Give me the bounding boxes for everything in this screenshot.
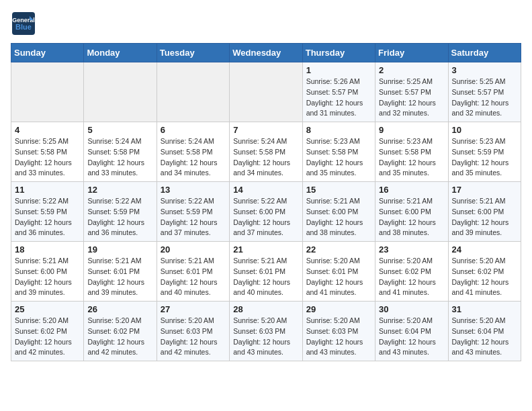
day-number: 13 (161, 185, 226, 195)
day-number: 10 (452, 125, 517, 135)
day-number: 30 (379, 304, 444, 314)
calendar-header-row: SundayMondayTuesdayWednesdayThursdayFrid… (11, 44, 521, 62)
calendar-cell: 28Sunrise: 5:20 AMSunset: 6:03 PMDayligh… (230, 302, 302, 361)
day-number: 28 (233, 304, 298, 314)
day-info: Sunrise: 5:20 AMSunset: 6:02 PMDaylight:… (15, 316, 80, 358)
day-info: Sunrise: 5:20 AMSunset: 6:02 PMDaylight:… (379, 256, 444, 298)
calendar-cell: 3Sunrise: 5:25 AMSunset: 5:57 PMDaylight… (448, 62, 521, 122)
svg-text:Blue: Blue (15, 23, 32, 31)
day-number: 15 (306, 185, 371, 195)
day-number: 6 (161, 125, 226, 135)
calendar-cell: 8Sunrise: 5:23 AMSunset: 5:58 PMDaylight… (302, 122, 375, 182)
day-info: Sunrise: 5:22 AMSunset: 5:59 PMDaylight:… (161, 196, 226, 238)
day-number: 23 (379, 244, 444, 255)
week-row-2: 4Sunrise: 5:25 AMSunset: 5:58 PMDaylight… (11, 122, 521, 182)
day-number: 16 (379, 185, 444, 195)
calendar-cell: 12Sunrise: 5:22 AMSunset: 5:59 PMDayligh… (84, 182, 157, 242)
calendar-cell: 17Sunrise: 5:21 AMSunset: 6:00 PMDayligh… (448, 182, 521, 242)
calendar-cell: 2Sunrise: 5:25 AMSunset: 5:57 PMDaylight… (375, 62, 448, 122)
day-info: Sunrise: 5:22 AMSunset: 5:59 PMDaylight:… (87, 196, 152, 238)
day-number: 27 (161, 304, 226, 314)
day-number: 31 (452, 304, 517, 314)
day-info: Sunrise: 5:24 AMSunset: 5:58 PMDaylight:… (87, 136, 152, 179)
week-row-5: 25Sunrise: 5:20 AMSunset: 6:02 PMDayligh… (11, 302, 521, 361)
week-row-1: 1Sunrise: 5:26 AMSunset: 5:57 PMDaylight… (11, 62, 521, 122)
calendar-cell: 24Sunrise: 5:20 AMSunset: 6:02 PMDayligh… (448, 242, 521, 302)
calendar-cell (230, 62, 302, 122)
header-saturday: Saturday (448, 44, 521, 62)
day-info: Sunrise: 5:26 AMSunset: 5:57 PMDaylight:… (306, 77, 371, 119)
day-info: Sunrise: 5:20 AMSunset: 6:03 PMDaylight:… (161, 316, 226, 358)
day-info: Sunrise: 5:21 AMSunset: 6:00 PMDaylight:… (306, 196, 371, 238)
day-info: Sunrise: 5:25 AMSunset: 5:57 PMDaylight:… (452, 77, 517, 119)
day-number: 29 (306, 304, 371, 314)
day-number: 9 (379, 125, 444, 135)
calendar-cell: 10Sunrise: 5:23 AMSunset: 5:59 PMDayligh… (448, 122, 521, 182)
week-row-3: 11Sunrise: 5:22 AMSunset: 5:59 PMDayligh… (11, 182, 521, 242)
calendar-cell: 26Sunrise: 5:20 AMSunset: 6:02 PMDayligh… (84, 302, 157, 361)
calendar-cell: 21Sunrise: 5:21 AMSunset: 6:01 PMDayligh… (230, 242, 302, 302)
day-number: 7 (233, 125, 298, 135)
day-number: 11 (15, 185, 80, 195)
day-number: 22 (306, 244, 371, 255)
calendar-cell: 7Sunrise: 5:24 AMSunset: 5:58 PMDaylight… (230, 122, 302, 182)
calendar-cell: 23Sunrise: 5:20 AMSunset: 6:02 PMDayligh… (375, 242, 448, 302)
day-number: 3 (452, 65, 517, 75)
day-info: Sunrise: 5:22 AMSunset: 6:00 PMDaylight:… (233, 196, 298, 238)
header-friday: Friday (375, 44, 448, 62)
day-number: 18 (15, 244, 80, 255)
calendar-cell: 15Sunrise: 5:21 AMSunset: 6:00 PMDayligh… (302, 182, 375, 242)
day-info: Sunrise: 5:25 AMSunset: 5:57 PMDaylight:… (379, 77, 444, 119)
calendar-cell: 31Sunrise: 5:20 AMSunset: 6:04 PMDayligh… (448, 302, 521, 361)
day-info: Sunrise: 5:20 AMSunset: 6:03 PMDaylight:… (233, 316, 298, 358)
day-number: 21 (233, 244, 298, 255)
header-thursday: Thursday (302, 44, 375, 62)
calendar-cell: 22Sunrise: 5:20 AMSunset: 6:01 PMDayligh… (302, 242, 375, 302)
calendar-cell: 6Sunrise: 5:24 AMSunset: 5:58 PMDaylight… (157, 122, 229, 182)
day-number: 8 (306, 125, 371, 135)
day-info: Sunrise: 5:21 AMSunset: 6:01 PMDaylight:… (161, 256, 226, 298)
calendar-cell: 27Sunrise: 5:20 AMSunset: 6:03 PMDayligh… (157, 302, 229, 361)
day-info: Sunrise: 5:21 AMSunset: 6:00 PMDaylight:… (379, 196, 444, 238)
day-info: Sunrise: 5:23 AMSunset: 5:58 PMDaylight:… (306, 136, 371, 179)
logo: General Blue (11, 11, 36, 36)
calendar-cell: 16Sunrise: 5:21 AMSunset: 6:00 PMDayligh… (375, 182, 448, 242)
day-info: Sunrise: 5:20 AMSunset: 6:02 PMDaylight:… (452, 256, 517, 298)
day-info: Sunrise: 5:21 AMSunset: 6:01 PMDaylight:… (87, 256, 152, 298)
day-info: Sunrise: 5:22 AMSunset: 5:59 PMDaylight:… (15, 196, 80, 238)
week-row-4: 18Sunrise: 5:21 AMSunset: 6:00 PMDayligh… (11, 242, 521, 302)
day-number: 14 (233, 185, 298, 195)
calendar-cell: 13Sunrise: 5:22 AMSunset: 5:59 PMDayligh… (157, 182, 229, 242)
calendar-cell: 29Sunrise: 5:20 AMSunset: 6:03 PMDayligh… (302, 302, 375, 361)
calendar-table: SundayMondayTuesdayWednesdayThursdayFrid… (11, 43, 521, 361)
calendar-cell: 25Sunrise: 5:20 AMSunset: 6:02 PMDayligh… (11, 302, 84, 361)
day-number: 26 (87, 304, 152, 314)
day-number: 19 (87, 244, 152, 255)
header-sunday: Sunday (11, 44, 84, 62)
calendar-cell (11, 62, 84, 122)
day-info: Sunrise: 5:24 AMSunset: 5:58 PMDaylight:… (161, 136, 226, 179)
calendar-cell: 18Sunrise: 5:21 AMSunset: 6:00 PMDayligh… (11, 242, 84, 302)
day-number: 12 (87, 185, 152, 195)
day-number: 5 (87, 125, 152, 135)
day-info: Sunrise: 5:23 AMSunset: 5:58 PMDaylight:… (379, 136, 444, 179)
calendar-cell: 19Sunrise: 5:21 AMSunset: 6:01 PMDayligh… (84, 242, 157, 302)
day-info: Sunrise: 5:24 AMSunset: 5:58 PMDaylight:… (233, 136, 298, 179)
day-number: 25 (15, 304, 80, 314)
day-info: Sunrise: 5:20 AMSunset: 6:02 PMDaylight:… (87, 316, 152, 358)
calendar-cell: 11Sunrise: 5:22 AMSunset: 5:59 PMDayligh… (11, 182, 84, 242)
header-wednesday: Wednesday (230, 44, 302, 62)
day-info: Sunrise: 5:21 AMSunset: 6:00 PMDaylight:… (452, 196, 517, 238)
day-info: Sunrise: 5:21 AMSunset: 6:00 PMDaylight:… (15, 256, 80, 298)
day-number: 4 (15, 125, 80, 135)
calendar-cell: 14Sunrise: 5:22 AMSunset: 6:00 PMDayligh… (230, 182, 302, 242)
day-info: Sunrise: 5:23 AMSunset: 5:59 PMDaylight:… (452, 136, 517, 179)
day-number: 20 (161, 244, 226, 255)
logo-icon: General Blue (11, 11, 36, 36)
calendar-cell: 30Sunrise: 5:20 AMSunset: 6:04 PMDayligh… (375, 302, 448, 361)
day-info: Sunrise: 5:20 AMSunset: 6:03 PMDaylight:… (306, 316, 371, 358)
calendar-cell: 1Sunrise: 5:26 AMSunset: 5:57 PMDaylight… (302, 62, 375, 122)
day-number: 2 (379, 65, 444, 75)
day-number: 1 (306, 65, 371, 75)
day-info: Sunrise: 5:20 AMSunset: 6:04 PMDaylight:… (379, 316, 444, 358)
